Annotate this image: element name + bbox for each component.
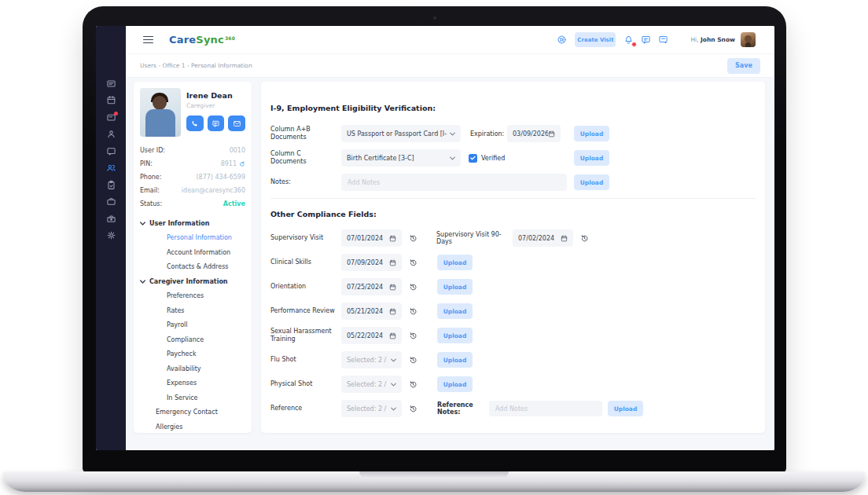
field-label: Orientation (270, 283, 341, 291)
chevron-down-icon (140, 279, 149, 284)
nav-contacts-address[interactable]: Contacts & Address (140, 260, 245, 275)
date-field[interactable]: 07/02/2024 (513, 229, 573, 247)
nav-preferences[interactable]: Preferences (140, 289, 245, 304)
detail-row: PIN: 8911 (140, 157, 245, 170)
history-icon[interactable] (409, 283, 417, 292)
top-bar: CareSync360 Create Visit Hi, John Snow (126, 26, 774, 54)
upload-button[interactable]: Upload (437, 352, 473, 368)
detail-row: User ID: 0010 (140, 144, 245, 157)
selected-dropdown[interactable]: Selected: 2 / 2 (341, 376, 402, 393)
user-icon[interactable] (103, 130, 120, 140)
nav-caregiver-information[interactable]: Caregiver Information (140, 274, 245, 289)
calendar-icon[interactable] (389, 308, 396, 315)
calendar-icon[interactable] (389, 332, 396, 339)
calendar-icon[interactable] (389, 259, 396, 266)
status-badge: Active (223, 200, 245, 207)
date-field[interactable]: 07/25/2024 (341, 278, 402, 295)
upload-button[interactable]: Upload (437, 303, 473, 319)
field-label: Reference (270, 405, 341, 412)
upload-button[interactable]: Upload (574, 126, 609, 141)
i9-row-notes: Notes: Upload (270, 174, 609, 191)
nav-paycheck[interactable]: Paycheck (140, 347, 245, 362)
history-icon[interactable] (409, 380, 417, 389)
calendar-icon[interactable] (548, 130, 555, 138)
nav-emergency-contact[interactable]: Emergency Contact (140, 405, 245, 420)
chat-alert-icon[interactable] (103, 112, 120, 123)
upload-button[interactable]: Upload (574, 150, 609, 166)
hamburger-icon[interactable] (143, 36, 153, 44)
create-visit-button[interactable]: Create Visit (575, 32, 616, 47)
calendar-icon[interactable] (389, 284, 396, 291)
selected-dropdown[interactable]: Selected: 2 / 2 (341, 351, 402, 368)
expiration-date-field[interactable]: 03/09/2026 (507, 125, 561, 142)
nav-in-service[interactable]: In Service (140, 390, 245, 405)
notes-input[interactable] (341, 174, 567, 191)
save-button[interactable]: Save (727, 58, 760, 74)
upload-button[interactable]: Upload (437, 328, 473, 343)
contact-buttons (186, 116, 245, 131)
app-window: CareSync360 Create Visit Hi, John Snow U (96, 26, 774, 450)
calendar-icon[interactable] (561, 235, 568, 242)
message-icon[interactable] (103, 146, 120, 156)
detail-row: Status: Active (140, 197, 245, 211)
calendar-icon[interactable] (389, 235, 396, 242)
avatar[interactable] (741, 32, 756, 47)
clipboard-icon[interactable] (103, 180, 120, 190)
history-icon[interactable] (409, 307, 417, 316)
history-icon[interactable] (409, 405, 417, 413)
field-label: Supervisory Visit (270, 234, 341, 242)
documents-c-select[interactable]: Birth Certificate [3-C] (341, 149, 461, 167)
nav-user-information[interactable]: User Information (140, 216, 245, 231)
chat-icon[interactable] (640, 35, 651, 46)
i9-row-ab: Column A+B Documents US Passport or Pass… (270, 125, 609, 142)
date-field[interactable]: 05/22/2024 (341, 327, 402, 344)
date-field[interactable]: 05/21/2024 (341, 302, 402, 320)
history-icon[interactable] (409, 356, 417, 365)
reference-notes-input[interactable] (489, 401, 602, 416)
refresh-pin-icon[interactable] (239, 161, 245, 167)
field-label: Column A+B Documents (270, 126, 341, 141)
row-clinical-skills: Clinical Skills 07/09/2024 Upload (270, 254, 756, 271)
upload-button[interactable]: Upload (437, 255, 473, 270)
notification-badge (631, 42, 637, 47)
history-icon[interactable] (409, 332, 417, 340)
verified-checkbox[interactable] (469, 154, 477, 163)
call-button[interactable] (186, 116, 204, 131)
chevron-down-icon (391, 407, 396, 411)
selected-dropdown[interactable]: Selected: 2 / 2 (341, 400, 402, 417)
chat-button[interactable] (208, 116, 225, 131)
nav-allergies[interactable]: Allergies (140, 420, 245, 433)
verified-label: Verified (481, 155, 505, 162)
dashboard-icon[interactable] (556, 35, 567, 46)
new-message-icon[interactable] (657, 35, 668, 46)
users-icon[interactable] (103, 163, 120, 174)
nav-payroll[interactable]: Payroll (140, 318, 245, 333)
date-field[interactable]: 07/09/2024 (341, 254, 402, 271)
settings-icon[interactable] (103, 231, 120, 241)
profile-panel: Irene Dean Caregiver (134, 82, 252, 433)
laptop-base-notch (359, 471, 509, 478)
notifications-bell-icon[interactable] (623, 35, 634, 46)
detail-row: Phone: (877) 434-6599 (140, 170, 245, 184)
cards-icon[interactable] (103, 79, 120, 89)
upload-button[interactable]: Upload (437, 376, 473, 392)
nav-account-information[interactable]: Account Information (140, 245, 245, 260)
upload-button[interactable]: Upload (574, 174, 609, 190)
history-icon[interactable] (580, 234, 589, 243)
date-field[interactable]: 07/01/2024 (341, 229, 402, 247)
field-label: Flu Shot (270, 356, 341, 364)
history-icon[interactable] (409, 258, 417, 267)
briefcase-icon[interactable] (103, 197, 120, 207)
toolbox-icon[interactable] (103, 214, 120, 224)
nav-availability[interactable]: Availability (140, 361, 245, 376)
upload-button[interactable]: Upload (608, 401, 643, 416)
nav-expenses[interactable]: Expenses (140, 376, 245, 391)
documents-ab-select[interactable]: US Passport or Passport Card [I-A] (341, 125, 461, 142)
nav-compliance[interactable]: Compliance (140, 332, 245, 347)
nav-rates[interactable]: Rates (140, 303, 245, 318)
email-button[interactable] (228, 116, 245, 131)
history-icon[interactable] (409, 234, 417, 243)
upload-button[interactable]: Upload (437, 279, 473, 295)
nav-personal-information[interactable]: Personal Information (140, 231, 245, 246)
calendar-nav-icon[interactable] (103, 96, 120, 106)
